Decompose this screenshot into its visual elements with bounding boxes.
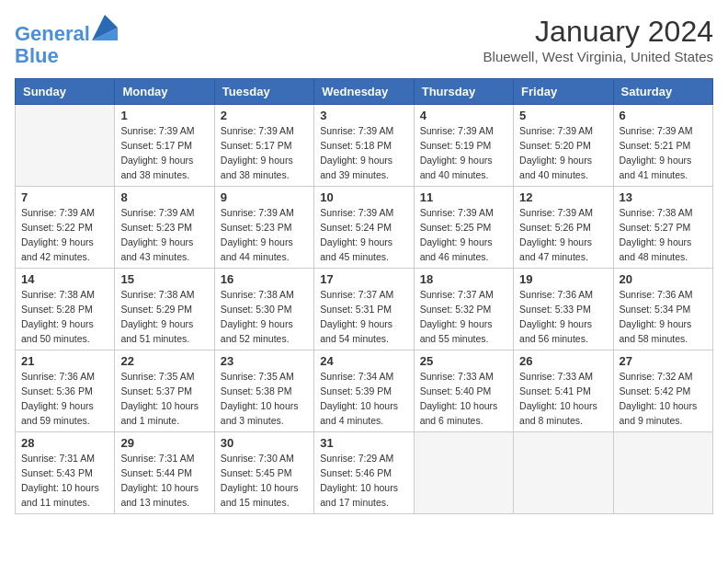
day-info: Sunrise: 7:38 AM Sunset: 5:30 PM Dayligh…: [221, 288, 308, 346]
day-info: Sunrise: 7:39 AM Sunset: 5:26 PM Dayligh…: [519, 206, 607, 264]
day-number: 15: [120, 272, 208, 286]
day-number: 13: [620, 190, 707, 204]
calendar-cell: 24Sunrise: 7:34 AM Sunset: 5:39 PM Dayli…: [314, 350, 414, 432]
day-number: 19: [519, 272, 607, 286]
day-number: 17: [320, 272, 407, 286]
logo: General Blue: [15, 15, 118, 67]
weekday-header-row: SundayMondayTuesdayWednesdayThursdayFrid…: [16, 79, 713, 105]
day-info: Sunrise: 7:39 AM Sunset: 5:18 PM Dayligh…: [320, 124, 407, 182]
weekday-header-friday: Friday: [514, 79, 613, 105]
day-info: Sunrise: 7:31 AM Sunset: 5:43 PM Dayligh…: [21, 452, 108, 510]
day-info: Sunrise: 7:36 AM Sunset: 5:33 PM Dayligh…: [519, 288, 607, 346]
weekday-header-saturday: Saturday: [613, 79, 712, 105]
logo-general: General: [15, 22, 90, 45]
day-number: 8: [120, 190, 208, 204]
day-info: Sunrise: 7:39 AM Sunset: 5:19 PM Dayligh…: [420, 124, 507, 182]
day-info: Sunrise: 7:39 AM Sunset: 5:25 PM Dayligh…: [420, 206, 507, 264]
calendar-cell: 13Sunrise: 7:38 AM Sunset: 5:27 PM Dayli…: [613, 187, 712, 269]
calendar-cell: 15Sunrise: 7:38 AM Sunset: 5:29 PM Dayli…: [115, 269, 214, 350]
day-info: Sunrise: 7:37 AM Sunset: 5:31 PM Dayligh…: [320, 288, 407, 346]
day-info: Sunrise: 7:39 AM Sunset: 5:23 PM Dayligh…: [120, 206, 208, 264]
day-number: 27: [620, 354, 707, 368]
day-number: 10: [320, 190, 407, 204]
day-number: 12: [519, 190, 607, 204]
calendar-cell: 11Sunrise: 7:39 AM Sunset: 5:25 PM Dayli…: [414, 187, 513, 269]
day-info: Sunrise: 7:35 AM Sunset: 5:38 PM Dayligh…: [221, 370, 308, 428]
week-row-5: 28Sunrise: 7:31 AM Sunset: 5:43 PM Dayli…: [16, 432, 713, 514]
day-info: Sunrise: 7:39 AM Sunset: 5:22 PM Dayligh…: [21, 206, 108, 264]
calendar-cell: 23Sunrise: 7:35 AM Sunset: 5:38 PM Dayli…: [214, 350, 313, 432]
calendar-cell: 7Sunrise: 7:39 AM Sunset: 5:22 PM Daylig…: [16, 187, 115, 269]
week-row-4: 21Sunrise: 7:36 AM Sunset: 5:36 PM Dayli…: [16, 350, 713, 432]
day-info: Sunrise: 7:39 AM Sunset: 5:23 PM Dayligh…: [221, 206, 308, 264]
calendar-cell: [613, 432, 712, 514]
calendar-cell: 27Sunrise: 7:32 AM Sunset: 5:42 PM Dayli…: [613, 350, 712, 432]
day-info: Sunrise: 7:39 AM Sunset: 5:17 PM Dayligh…: [221, 124, 308, 182]
logo-text: General: [15, 15, 118, 45]
day-number: 6: [620, 109, 707, 122]
day-number: 14: [21, 272, 108, 286]
calendar-cell: 25Sunrise: 7:33 AM Sunset: 5:40 PM Dayli…: [414, 350, 513, 432]
day-info: Sunrise: 7:32 AM Sunset: 5:42 PM Dayligh…: [620, 370, 707, 428]
day-info: Sunrise: 7:29 AM Sunset: 5:46 PM Dayligh…: [320, 452, 407, 510]
day-number: 4: [420, 109, 507, 122]
calendar-cell: 19Sunrise: 7:36 AM Sunset: 5:33 PM Dayli…: [514, 269, 613, 350]
calendar-cell: 9Sunrise: 7:39 AM Sunset: 5:23 PM Daylig…: [214, 187, 313, 269]
day-info: Sunrise: 7:39 AM Sunset: 5:21 PM Dayligh…: [620, 124, 707, 182]
day-number: 16: [221, 272, 308, 286]
day-info: Sunrise: 7:37 AM Sunset: 5:32 PM Dayligh…: [420, 288, 507, 346]
day-number: 29: [120, 436, 208, 450]
day-info: Sunrise: 7:35 AM Sunset: 5:37 PM Dayligh…: [120, 370, 208, 428]
day-info: Sunrise: 7:36 AM Sunset: 5:36 PM Dayligh…: [21, 370, 108, 428]
calendar-cell: [514, 432, 613, 514]
day-number: 11: [420, 190, 507, 204]
calendar-cell: 5Sunrise: 7:39 AM Sunset: 5:20 PM Daylig…: [514, 105, 613, 187]
day-info: Sunrise: 7:36 AM Sunset: 5:34 PM Dayligh…: [620, 288, 707, 346]
day-number: 21: [21, 354, 108, 368]
day-number: 28: [21, 436, 108, 450]
day-info: Sunrise: 7:33 AM Sunset: 5:41 PM Dayligh…: [519, 370, 607, 428]
logo-blue: Blue: [15, 45, 118, 67]
calendar-cell: 30Sunrise: 7:30 AM Sunset: 5:45 PM Dayli…: [214, 432, 313, 514]
calendar-cell: 14Sunrise: 7:38 AM Sunset: 5:28 PM Dayli…: [16, 269, 115, 350]
calendar-cell: 26Sunrise: 7:33 AM Sunset: 5:41 PM Dayli…: [514, 350, 613, 432]
weekday-header-tuesday: Tuesday: [214, 79, 313, 105]
calendar-cell: 10Sunrise: 7:39 AM Sunset: 5:24 PM Dayli…: [314, 187, 414, 269]
day-info: Sunrise: 7:34 AM Sunset: 5:39 PM Dayligh…: [320, 370, 407, 428]
calendar-cell: 22Sunrise: 7:35 AM Sunset: 5:37 PM Dayli…: [115, 350, 214, 432]
day-number: 18: [420, 272, 507, 286]
day-number: 9: [221, 190, 308, 204]
calendar-table: SundayMondayTuesdayWednesdayThursdayFrid…: [15, 78, 713, 514]
calendar-cell: 1Sunrise: 7:39 AM Sunset: 5:17 PM Daylig…: [115, 105, 214, 187]
calendar-cell: 6Sunrise: 7:39 AM Sunset: 5:21 PM Daylig…: [613, 105, 712, 187]
page-header: General Blue January 2024 Bluewell, West…: [15, 15, 713, 67]
calendar-cell: [16, 105, 115, 187]
day-number: 1: [120, 109, 208, 122]
day-number: 30: [221, 436, 308, 450]
location: Bluewell, West Virginia, United States: [483, 49, 713, 64]
calendar-cell: 20Sunrise: 7:36 AM Sunset: 5:34 PM Dayli…: [613, 269, 712, 350]
week-row-3: 14Sunrise: 7:38 AM Sunset: 5:28 PM Dayli…: [16, 269, 713, 350]
day-number: 3: [320, 109, 407, 122]
day-number: 2: [221, 109, 308, 122]
day-number: 20: [620, 272, 707, 286]
calendar-cell: 2Sunrise: 7:39 AM Sunset: 5:17 PM Daylig…: [214, 105, 313, 187]
day-info: Sunrise: 7:33 AM Sunset: 5:40 PM Dayligh…: [420, 370, 507, 428]
day-info: Sunrise: 7:39 AM Sunset: 5:24 PM Dayligh…: [320, 206, 407, 264]
calendar-cell: 16Sunrise: 7:38 AM Sunset: 5:30 PM Dayli…: [214, 269, 313, 350]
day-info: Sunrise: 7:38 AM Sunset: 5:29 PM Dayligh…: [120, 288, 208, 346]
calendar-cell: 12Sunrise: 7:39 AM Sunset: 5:26 PM Dayli…: [514, 187, 613, 269]
day-info: Sunrise: 7:39 AM Sunset: 5:17 PM Dayligh…: [120, 124, 208, 182]
weekday-header-thursday: Thursday: [414, 79, 513, 105]
calendar-cell: 31Sunrise: 7:29 AM Sunset: 5:46 PM Dayli…: [314, 432, 414, 514]
calendar-cell: 21Sunrise: 7:36 AM Sunset: 5:36 PM Dayli…: [16, 350, 115, 432]
calendar-cell: 8Sunrise: 7:39 AM Sunset: 5:23 PM Daylig…: [115, 187, 214, 269]
day-info: Sunrise: 7:39 AM Sunset: 5:20 PM Dayligh…: [519, 124, 607, 182]
weekday-header-wednesday: Wednesday: [314, 79, 414, 105]
weekday-header-sunday: Sunday: [16, 79, 115, 105]
week-row-2: 7Sunrise: 7:39 AM Sunset: 5:22 PM Daylig…: [16, 187, 713, 269]
calendar-cell: 29Sunrise: 7:31 AM Sunset: 5:44 PM Dayli…: [115, 432, 214, 514]
day-info: Sunrise: 7:38 AM Sunset: 5:28 PM Dayligh…: [21, 288, 108, 346]
day-number: 25: [420, 354, 507, 368]
weekday-header-monday: Monday: [115, 79, 214, 105]
